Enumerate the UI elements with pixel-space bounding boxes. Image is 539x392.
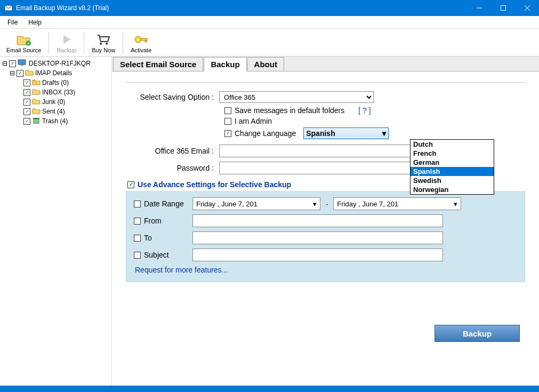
buy-now-button[interactable]: Buy Now bbox=[89, 30, 118, 55]
language-label: Change Language bbox=[235, 129, 296, 138]
menu-help[interactable]: Help bbox=[23, 18, 47, 27]
advance-title: Use Advance Settings for Selective Backu… bbox=[138, 180, 291, 189]
tree-folder[interactable]: INBOX (33) bbox=[1, 87, 110, 97]
collapse-icon[interactable]: ⊟ bbox=[2, 60, 7, 67]
subject-checkbox[interactable] bbox=[134, 252, 141, 259]
checkbox[interactable] bbox=[23, 99, 30, 106]
divider bbox=[126, 82, 525, 83]
language-checkbox[interactable] bbox=[224, 130, 231, 137]
collapse-icon[interactable]: ⊟ bbox=[10, 69, 15, 77]
computer-icon bbox=[18, 59, 27, 68]
svg-rect-15 bbox=[34, 119, 39, 124]
language-selected: Spanish bbox=[306, 129, 335, 138]
saving-option-row: Select Saving Option : Office 365 bbox=[126, 91, 525, 103]
tree-label: Sent (4) bbox=[42, 108, 65, 115]
toolbar: + Email Source Backup Buy Now Activate bbox=[0, 29, 539, 57]
date-range-row: Date Range Friday , June 7, 201▾ - Frida… bbox=[134, 197, 517, 210]
tab-backup[interactable]: Backup bbox=[204, 57, 246, 71]
statusbar bbox=[0, 386, 539, 392]
folder-icon bbox=[32, 88, 41, 97]
tree-root[interactable]: ⊟ DESKTOP-R1FJKQR bbox=[1, 59, 110, 68]
folder-icon bbox=[25, 69, 34, 77]
date-range-checkbox[interactable] bbox=[134, 201, 141, 207]
trash-icon bbox=[32, 117, 41, 125]
backup-button[interactable]: Backup bbox=[53, 30, 79, 55]
save-default-checkbox[interactable] bbox=[224, 107, 231, 114]
folder-plus-icon: + bbox=[16, 32, 32, 47]
language-option[interactable]: French bbox=[411, 149, 494, 158]
svg-rect-11 bbox=[141, 38, 147, 41]
toolbar-separator bbox=[49, 31, 49, 54]
svg-rect-16 bbox=[33, 118, 39, 119]
tree-label: Drafts (0) bbox=[42, 79, 69, 86]
language-option[interactable]: Spanish bbox=[411, 167, 494, 176]
cart-icon bbox=[96, 32, 111, 47]
subject-row: Subject bbox=[134, 249, 517, 261]
checkbox[interactable] bbox=[9, 60, 16, 67]
tree-label: Junk (0) bbox=[42, 98, 65, 106]
checkbox[interactable] bbox=[23, 108, 30, 115]
to-input[interactable] bbox=[192, 231, 443, 244]
tree-folder[interactable]: Junk (0) bbox=[1, 97, 110, 107]
tab-about[interactable]: About bbox=[247, 57, 284, 71]
date-separator: - bbox=[326, 200, 328, 208]
tree-folder[interactable]: Trash (4) bbox=[1, 116, 110, 126]
advance-checkbox[interactable] bbox=[127, 181, 134, 188]
admin-checkbox[interactable] bbox=[224, 118, 231, 125]
close-button[interactable] bbox=[515, 0, 539, 16]
maximize-button[interactable] bbox=[491, 0, 515, 16]
to-label: To bbox=[144, 234, 152, 242]
request-features-link[interactable]: Request for more features... bbox=[135, 266, 517, 274]
checkbox[interactable] bbox=[23, 89, 30, 96]
tree-folder[interactable]: Drafts (0) bbox=[1, 78, 110, 87]
checkbox[interactable] bbox=[17, 70, 23, 77]
language-select[interactable]: Spanish ▾ bbox=[303, 127, 389, 139]
toolbar-separator bbox=[84, 31, 84, 54]
email-source-button[interactable]: + Email Source bbox=[3, 30, 44, 55]
date-from-input[interactable]: Friday , June 7, 201▾ bbox=[192, 197, 320, 210]
chevron-down-icon: ▾ bbox=[454, 200, 457, 208]
content-pane: Select Email Source Backup About Select … bbox=[112, 57, 539, 386]
backup-submit-button[interactable]: Backup bbox=[435, 325, 520, 342]
to-row: To bbox=[134, 231, 517, 244]
from-checkbox[interactable] bbox=[134, 218, 141, 225]
minimize-button[interactable] bbox=[467, 0, 491, 16]
tree-folder[interactable]: Sent (4) bbox=[1, 107, 110, 116]
checkbox[interactable] bbox=[23, 79, 30, 86]
date-to-input[interactable]: Friday , June 7, 201▾ bbox=[333, 197, 461, 210]
language-option[interactable]: Swedish bbox=[411, 176, 494, 185]
tree-label: DESKTOP-R1FJKQR bbox=[29, 60, 91, 67]
from-input[interactable] bbox=[192, 214, 443, 227]
language-option[interactable]: German bbox=[411, 158, 494, 167]
menu-file[interactable]: File bbox=[2, 18, 23, 27]
app-icon bbox=[4, 4, 13, 12]
main-area: ⊟ DESKTOP-R1FJKQR ⊟ IMAP Details Drafts … bbox=[0, 57, 539, 386]
language-option[interactable]: Norwegian bbox=[411, 185, 494, 194]
folder-icon bbox=[32, 107, 41, 116]
subject-input[interactable] bbox=[192, 249, 443, 261]
menubar: File Help bbox=[0, 16, 539, 29]
chevron-down-icon: ▾ bbox=[382, 129, 386, 138]
from-label: From bbox=[144, 217, 162, 225]
tree-imap[interactable]: ⊟ IMAP Details bbox=[1, 68, 110, 78]
language-dropdown[interactable]: Dutch French German Spanish Swedish Norw… bbox=[410, 139, 494, 195]
folder-tree: ⊟ DESKTOP-R1FJKQR ⊟ IMAP Details Drafts … bbox=[0, 57, 112, 386]
admin-label: I am Admin bbox=[235, 117, 272, 125]
to-checkbox[interactable] bbox=[134, 235, 141, 242]
play-icon bbox=[60, 32, 73, 47]
email-label: Office 365 Email : bbox=[126, 147, 219, 155]
save-default-label: Save messages in default folders bbox=[235, 106, 344, 115]
activate-button[interactable]: Activate bbox=[127, 30, 155, 55]
saving-option-select[interactable]: Office 365 bbox=[219, 91, 374, 103]
toolbar-label: Activate bbox=[131, 47, 151, 53]
save-default-row: Save messages in default folders [ ? ] bbox=[224, 106, 525, 115]
admin-row: I am Admin bbox=[224, 117, 525, 125]
checkbox[interactable] bbox=[23, 118, 30, 125]
folder-icon bbox=[32, 78, 41, 87]
help-link[interactable]: [ ? ] bbox=[358, 106, 371, 115]
date-range-label: Date Range bbox=[144, 199, 184, 208]
language-option[interactable]: Dutch bbox=[411, 140, 494, 149]
svg-point-10 bbox=[137, 38, 139, 41]
date-value: Friday , June 7, 201 bbox=[337, 200, 398, 208]
tab-select-source[interactable]: Select Email Source bbox=[113, 57, 203, 71]
